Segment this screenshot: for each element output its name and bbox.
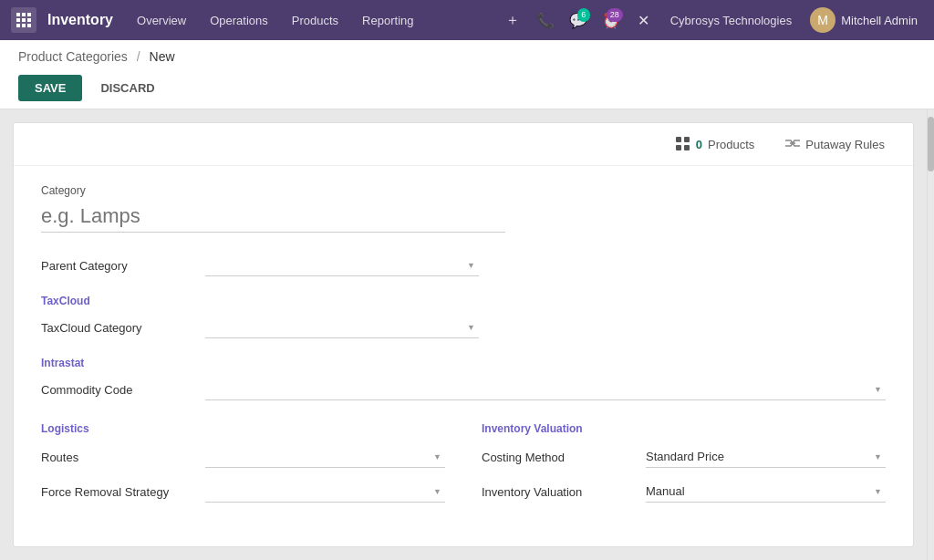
main-content: 0 Products Putaway Rules Category bbox=[0, 109, 934, 560]
parent-category-label: Parent Category bbox=[41, 259, 205, 273]
company-name: Cybrosys Technologies bbox=[663, 14, 799, 27]
routes-row: Routes bbox=[41, 446, 445, 468]
parent-category-select-wrapper bbox=[205, 254, 479, 276]
phone-icon-btn[interactable]: 📞 bbox=[532, 6, 559, 34]
routes-label: Routes bbox=[41, 451, 205, 464]
taxcloud-section-label: TaxCloud bbox=[41, 295, 886, 307]
svg-rect-1 bbox=[22, 13, 26, 16]
routes-select[interactable] bbox=[205, 446, 445, 468]
x-icon: ✕ bbox=[638, 12, 649, 29]
nav-products[interactable]: Products bbox=[281, 8, 349, 33]
svg-rect-12 bbox=[684, 145, 690, 150]
svg-rect-2 bbox=[27, 13, 31, 16]
inventory-valuation-label: Inventory Valuation bbox=[482, 485, 646, 499]
svg-rect-3 bbox=[16, 18, 20, 22]
svg-rect-9 bbox=[676, 137, 681, 142]
phone-icon: 📞 bbox=[536, 12, 555, 29]
force-removal-select[interactable] bbox=[205, 481, 445, 503]
taxcloud-category-select[interactable] bbox=[205, 316, 479, 338]
add-icon-btn[interactable]: ＋ bbox=[499, 6, 526, 34]
svg-rect-4 bbox=[22, 18, 26, 22]
category-label: Category bbox=[41, 184, 886, 197]
intrastat-section-label: Intrastat bbox=[41, 357, 886, 369]
inventory-valuation-select[interactable]: Manual Automated bbox=[646, 481, 886, 503]
svg-rect-0 bbox=[16, 13, 20, 16]
force-removal-row: Force Removal Strategy bbox=[41, 481, 445, 503]
card-action-bar: 0 Products Putaway Rules bbox=[14, 123, 913, 166]
two-col-container: Logistics Routes Force Removal Strategy bbox=[41, 422, 886, 515]
discard-button[interactable]: DISCARD bbox=[89, 75, 165, 101]
costing-method-label: Costing Method bbox=[482, 451, 646, 464]
form-body: Category Parent Category TaxCloud TaxClo… bbox=[14, 166, 913, 546]
two-col-section: Logistics Routes Force Removal Strategy bbox=[41, 422, 886, 515]
costing-method-row: Costing Method Standard Price Average Co… bbox=[482, 446, 886, 468]
form-card: 0 Products Putaway Rules Category bbox=[13, 122, 914, 547]
category-input[interactable] bbox=[41, 201, 505, 233]
svg-rect-11 bbox=[684, 137, 690, 142]
commodity-code-label: Commodity Code bbox=[41, 383, 205, 397]
taxcloud-category-select-wrapper bbox=[205, 316, 479, 338]
save-button[interactable]: SAVE bbox=[18, 75, 82, 101]
costing-method-select[interactable]: Standard Price Average Cost (AVCO) First… bbox=[646, 446, 886, 468]
svg-rect-5 bbox=[27, 18, 31, 22]
inventory-valuation-col: Inventory Valuation Costing Method Stand… bbox=[482, 422, 886, 515]
commodity-code-select-wrapper bbox=[205, 379, 886, 400]
logistics-section-label: Logistics bbox=[41, 422, 445, 435]
top-nav: Overview Operations Products Reporting bbox=[126, 8, 495, 33]
user-menu[interactable]: M Mitchell Admin bbox=[804, 4, 923, 36]
chat-icon-btn[interactable]: 💬 6 bbox=[565, 6, 592, 34]
svg-rect-10 bbox=[676, 145, 681, 150]
taxcloud-category-row: TaxCloud Category bbox=[41, 316, 886, 338]
topbar-actions: ＋ 📞 💬 6 ⏰ 28 ✕ Cybrosys Technologies M M… bbox=[499, 4, 923, 36]
nav-operations[interactable]: Operations bbox=[199, 8, 279, 33]
parent-category-select[interactable] bbox=[205, 254, 479, 276]
commodity-code-select[interactable] bbox=[205, 379, 886, 400]
scrollbar[interactable] bbox=[927, 109, 934, 560]
products-action-btn[interactable]: 0 Products bbox=[662, 130, 769, 158]
routes-select-wrapper bbox=[205, 446, 445, 468]
breadcrumb-parent[interactable]: Product Categories bbox=[18, 49, 128, 64]
parent-category-row: Parent Category bbox=[41, 254, 886, 276]
activity-icon-btn[interactable]: ⏰ 28 bbox=[597, 6, 625, 34]
shuffle-icon bbox=[785, 137, 800, 151]
scrollbar-thumb bbox=[928, 117, 934, 171]
breadcrumb-separator: / bbox=[137, 49, 140, 64]
topbar: Inventory Overview Operations Products R… bbox=[0, 0, 934, 40]
costing-method-select-wrapper: Standard Price Average Cost (AVCO) First… bbox=[646, 446, 886, 468]
breadcrumb: Product Categories / New bbox=[18, 40, 916, 67]
app-grid-icon[interactable] bbox=[11, 7, 36, 33]
avatar: M bbox=[810, 7, 835, 33]
nav-reporting[interactable]: Reporting bbox=[351, 8, 424, 33]
putaway-label: Putaway Rules bbox=[805, 138, 885, 151]
intrastat-section: Intrastat bbox=[41, 357, 886, 369]
taxcloud-section: TaxCloud bbox=[41, 295, 886, 307]
taxcloud-category-label: TaxCloud Category bbox=[41, 321, 205, 335]
plus-icon: ＋ bbox=[505, 11, 520, 30]
svg-rect-8 bbox=[27, 24, 31, 27]
grid-icon bbox=[676, 137, 690, 151]
products-label: Products bbox=[708, 138, 754, 151]
force-removal-select-wrapper bbox=[205, 481, 445, 503]
products-count: 0 bbox=[696, 138, 702, 151]
action-buttons: SAVE DISCARD bbox=[18, 67, 916, 109]
commodity-code-row: Commodity Code bbox=[41, 379, 886, 400]
svg-rect-7 bbox=[22, 24, 26, 27]
svg-rect-6 bbox=[16, 24, 20, 27]
category-field-group: Category bbox=[41, 184, 886, 233]
chat-badge: 6 bbox=[577, 8, 590, 22]
force-removal-label: Force Removal Strategy bbox=[41, 485, 205, 499]
user-name: Mitchell Admin bbox=[841, 14, 918, 27]
inventory-valuation-row: Inventory Valuation Manual Automated bbox=[482, 481, 886, 503]
putaway-rules-btn[interactable]: Putaway Rules bbox=[772, 130, 898, 158]
app-name: Inventory bbox=[47, 12, 113, 28]
inventory-valuation-section-label: Inventory Valuation bbox=[482, 422, 886, 435]
inventory-valuation-select-wrapper: Manual Automated bbox=[646, 481, 886, 503]
logistics-col: Logistics Routes Force Removal Strategy bbox=[41, 422, 445, 515]
nav-overview[interactable]: Overview bbox=[126, 8, 197, 33]
breadcrumb-current: New bbox=[150, 49, 175, 64]
activity-badge: 28 bbox=[607, 8, 623, 22]
subheader: Product Categories / New SAVE DISCARD bbox=[0, 40, 934, 109]
close-icon-btn[interactable]: ✕ bbox=[630, 6, 658, 34]
